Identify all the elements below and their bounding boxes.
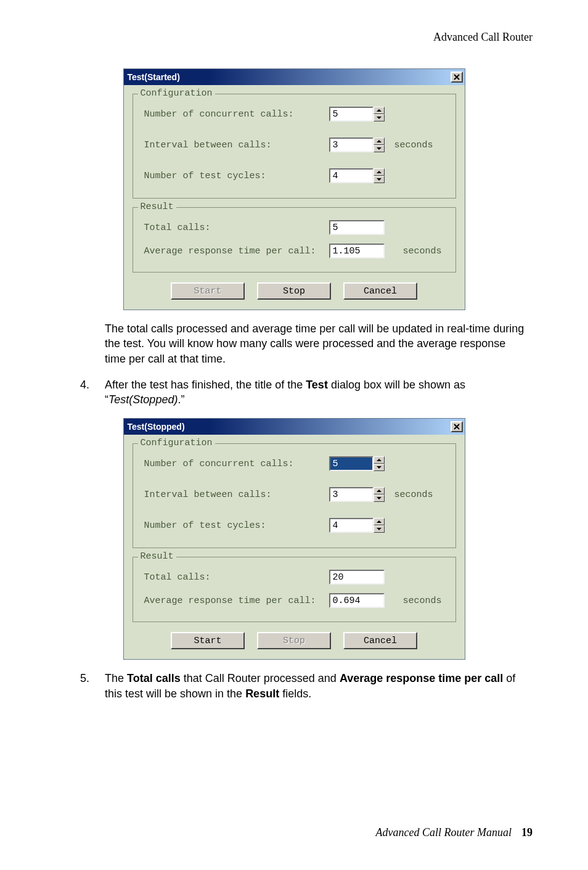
chevron-up-icon[interactable] [374, 518, 385, 525]
dialog-title: Test(Stopped) [128, 422, 185, 432]
total-calls-label: Total calls: [144, 572, 329, 583]
spinner-buttons[interactable] [374, 107, 385, 121]
stop-button[interactable]: Stop [257, 282, 331, 300]
chevron-down-icon[interactable] [374, 525, 385, 533]
avg-response-value: 1.105 [329, 244, 385, 258]
interval-input[interactable] [329, 487, 374, 502]
config-legend: Configuration [138, 88, 215, 99]
cycles-label: Number of test cycles: [144, 171, 329, 181]
spinner-buttons[interactable] [374, 518, 385, 533]
chevron-up-icon[interactable] [374, 456, 385, 464]
svg-marker-8 [377, 490, 382, 492]
dialog-title: Test(Started) [128, 72, 180, 82]
chevron-up-icon[interactable] [374, 487, 385, 495]
total-calls-label: Total calls: [144, 223, 329, 233]
cycles-input[interactable] [329, 168, 374, 183]
dialog-test-stopped: Test(Stopped) Configuration Number of co… [123, 418, 465, 660]
list-item-4: After the test has finished, the title o… [105, 377, 533, 408]
cancel-button[interactable]: Cancel [343, 282, 417, 300]
svg-marker-4 [377, 171, 382, 173]
svg-marker-5 [377, 178, 382, 181]
dialog-test-started: Test(Started) Configuration Number of co… [123, 68, 465, 310]
cycles-spinner[interactable] [329, 168, 385, 183]
interval-input[interactable] [329, 137, 374, 152]
total-calls-value: 20 [329, 570, 385, 585]
interval-label: Interval between calls: [144, 140, 329, 150]
concurrent-calls-spinner[interactable] [329, 107, 385, 121]
page-header: Advanced Call Router [55, 31, 533, 44]
total-calls-value: 5 [329, 220, 385, 235]
config-legend: Configuration [138, 438, 215, 448]
seconds-unit: seconds [394, 490, 433, 500]
page-footer: Advanced Call Router Manual19 [376, 826, 533, 839]
chevron-up-icon[interactable] [374, 168, 385, 176]
result-legend: Result [138, 202, 176, 212]
result-legend: Result [138, 551, 176, 562]
cancel-button[interactable]: Cancel [343, 632, 417, 649]
list-item-5: The Total calls that Call Router process… [105, 671, 533, 701]
svg-marker-0 [377, 109, 382, 112]
chevron-down-icon[interactable] [374, 176, 385, 183]
avg-response-label: Average response time per call: [144, 246, 329, 256]
chevron-down-icon[interactable] [374, 145, 385, 152]
svg-marker-11 [377, 528, 382, 530]
chevron-up-icon[interactable] [374, 107, 385, 114]
svg-marker-3 [377, 147, 382, 150]
spinner-buttons[interactable] [374, 487, 385, 502]
result-group: Result Total calls: 5 Average response t… [133, 207, 456, 273]
titlebar-stopped: Test(Stopped) [124, 419, 465, 435]
spinner-buttons[interactable] [374, 456, 385, 471]
start-button[interactable]: Start [171, 282, 245, 300]
seconds-unit: seconds [394, 140, 433, 150]
avg-response-label: Average response time per call: [144, 596, 329, 606]
concurrent-calls-label: Number of concurrent calls: [144, 459, 329, 469]
configuration-group: Configuration Number of concurrent calls… [133, 94, 456, 199]
spinner-buttons[interactable] [374, 137, 385, 152]
concurrent-calls-input[interactable] [329, 456, 374, 471]
cycles-spinner[interactable] [329, 518, 385, 533]
spinner-buttons[interactable] [374, 168, 385, 183]
interval-spinner[interactable] [329, 487, 385, 502]
concurrent-calls-label: Number of concurrent calls: [144, 109, 329, 120]
svg-marker-6 [377, 459, 382, 461]
interval-label: Interval between calls: [144, 490, 329, 500]
seconds-unit: seconds [403, 596, 442, 606]
titlebar-started: Test(Started) [124, 69, 465, 85]
start-button[interactable]: Start [171, 632, 245, 649]
list-number-5: 5. [80, 671, 105, 701]
concurrent-calls-spinner[interactable] [329, 456, 385, 471]
paragraph-realtime: The total calls processed and average ti… [105, 321, 526, 366]
close-icon[interactable] [451, 421, 463, 432]
avg-response-value: 0.694 [329, 593, 385, 608]
seconds-unit: seconds [403, 246, 442, 256]
chevron-down-icon[interactable] [374, 464, 385, 471]
stop-button[interactable]: Stop [257, 632, 331, 649]
cycles-label: Number of test cycles: [144, 520, 329, 531]
svg-marker-10 [377, 520, 382, 523]
chevron-down-icon[interactable] [374, 114, 385, 121]
chevron-up-icon[interactable] [374, 137, 385, 145]
list-number-4: 4. [80, 377, 105, 408]
cycles-input[interactable] [329, 518, 374, 533]
svg-marker-7 [377, 466, 382, 469]
configuration-group: Configuration Number of concurrent calls… [133, 443, 456, 548]
svg-marker-1 [377, 117, 382, 119]
concurrent-calls-input[interactable] [329, 107, 374, 121]
close-icon[interactable] [451, 72, 463, 83]
interval-spinner[interactable] [329, 137, 385, 152]
svg-marker-2 [377, 140, 382, 142]
result-group: Result Total calls: 20 Average response … [133, 557, 456, 622]
chevron-down-icon[interactable] [374, 495, 385, 502]
svg-marker-9 [377, 497, 382, 499]
